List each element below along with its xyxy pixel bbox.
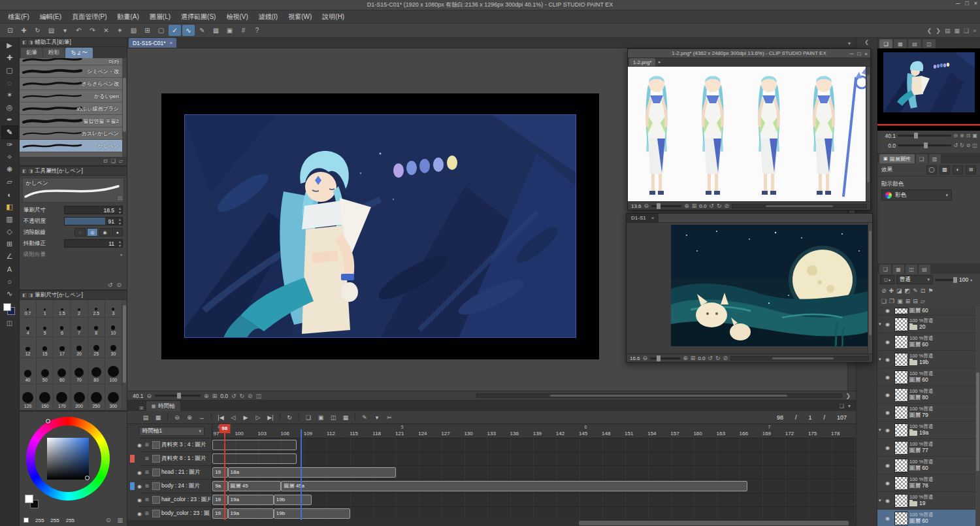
scene-reference-window[interactable]: D1-S1 ×: [626, 213, 873, 363]
snap-curve-icon[interactable]: ∿: [182, 25, 195, 36]
foreground-color-swatch[interactable]: [3, 303, 11, 311]
next-frame-icon[interactable]: ▷: [253, 412, 263, 422]
nav-flip-icon[interactable]: ◫: [972, 142, 977, 148]
timeline-track-name-row[interactable]: ◉ ⊞ head : 21 : 圖片: [139, 466, 212, 480]
close-icon[interactable]: ×: [651, 215, 655, 221]
layer-thumbnail[interactable]: [894, 308, 908, 314]
layer-visibility-icon[interactable]: ◉: [885, 516, 893, 521]
panel-menu-icon[interactable]: ◧: [22, 293, 27, 298]
menu-item[interactable]: 頁面管理(P): [67, 11, 112, 23]
zoom-in-icon[interactable]: ⊕: [683, 355, 688, 361]
hue-marker[interactable]: [46, 419, 50, 423]
zoom-out-icon[interactable]: ⊖: [147, 393, 152, 399]
track-expand-icon[interactable]: ⊞: [145, 470, 151, 475]
brush-size-cell[interactable]: 8: [88, 318, 105, 337]
blend-mode-select[interactable]: 普通▾: [896, 275, 933, 284]
folder-expand-icon[interactable]: ▾: [879, 357, 884, 362]
transfer-icon[interactable]: ⊟: [913, 298, 918, 304]
start-dot-icon[interactable]: ⊡: [4, 25, 16, 36]
layer-row[interactable]: ▾ ◉ 100 %普通 圖層 60: [877, 306, 980, 316]
scene-horizontal-scrollbar[interactable]: [730, 356, 869, 361]
reference-window-titlebar[interactable]: 1-2.png* (4362 x 2480px 300dpi 13.6%) - …: [628, 49, 870, 58]
brush-size-cell[interactable]: 12: [20, 337, 37, 359]
new-vector-layer-icon[interactable]: ❐: [889, 298, 894, 304]
timeline-track-name-row[interactable]: ◉ ⊞ 資料夾 3 : 4 : 圖片: [139, 438, 212, 452]
layer-name[interactable]: 圖層 77: [909, 447, 928, 454]
workspace-icon[interactable]: ▤: [945, 27, 951, 34]
layer-name[interactable]: 圖層 60: [909, 518, 928, 525]
subtool-item[interactable]: 필압연필 ㅍ필2: [20, 115, 127, 127]
timeline-list-icon[interactable]: ▤: [140, 412, 151, 422]
layer-thumbnail[interactable]: [894, 406, 908, 419]
subtool-item[interactable]: かるいpen: [20, 90, 127, 103]
brush-size-cell[interactable]: 6: [54, 318, 71, 337]
previous-frame-icon[interactable]: ◁: [228, 412, 238, 422]
brush-size-cell[interactable]: 3: [105, 300, 122, 318]
timeline-ruler[interactable]: 4567 97100103106109112115118121124127130…: [212, 424, 856, 438]
frame-border-tool[interactable]: ⊞: [2, 238, 18, 250]
brush-size-cell[interactable]: 150: [37, 384, 54, 410]
help-icon[interactable]: ?: [251, 25, 263, 36]
maximize-button[interactable]: □: [965, 0, 968, 7]
subtool-item[interactable]: カスレかしペン: [20, 127, 127, 140]
layer-list-scrollbar[interactable]: [975, 306, 980, 526]
timeline-track-lane[interactable]: [212, 452, 856, 466]
marquee-tool[interactable]: ▢: [2, 64, 18, 76]
reference-document-tab[interactable]: 1-2.png*: [629, 58, 655, 66]
layer-name[interactable]: 圖層 78: [909, 482, 928, 489]
border-effect-icon[interactable]: ◯: [926, 165, 937, 174]
layer-row[interactable]: ▾ ◉ 100 %普通 19: [877, 492, 980, 510]
sv-marker[interactable]: [85, 476, 90, 480]
layer-visibility-icon[interactable]: ◉: [885, 480, 893, 486]
zoom-in-icon[interactable]: ⊕: [204, 393, 209, 399]
folder-expand-icon[interactable]: ▾: [879, 321, 884, 327]
timeline-clip[interactable]: 19: [212, 495, 227, 505]
subtool-item[interactable]: かしペン: [20, 140, 127, 152]
antialias-medium-icon[interactable]: ◉: [99, 228, 110, 237]
timeline-track-lane[interactable]: 19 19a 19b: [212, 507, 856, 520]
layer-thumbnail[interactable]: [894, 318, 908, 331]
track-label[interactable]: body_color : 23 : 圖片: [161, 510, 210, 518]
play-icon[interactable]: ▶: [240, 412, 251, 422]
close-button[interactable]: ×: [864, 51, 868, 57]
material-bar-icon[interactable]: ▦: [954, 27, 960, 34]
folder-expand-icon[interactable]: ▾: [879, 427, 884, 433]
layer-row[interactable]: ▾ ◉ 100 %普通 圖層 60: [877, 510, 980, 526]
brush-size-cell[interactable]: 5: [37, 318, 54, 337]
move-layer-tool[interactable]: ✚: [2, 52, 18, 64]
pan-icon[interactable]: ✚: [18, 25, 30, 36]
selection-border-icon[interactable]: ▢: [155, 25, 167, 36]
layer-row[interactable]: ▾ ◉ 100 %普通 圖層 77: [877, 439, 980, 457]
brush-size-cell[interactable]: 1.5: [54, 300, 71, 318]
layer-thumbnail[interactable]: [894, 476, 908, 490]
fit-icon[interactable]: ⊞: [691, 355, 696, 361]
brush-size-input[interactable]: 18.5▴▾: [64, 206, 123, 214]
timeline-collapse-icon[interactable]: ▾: [848, 403, 851, 409]
layer-search-tab-icon[interactable]: ▦: [892, 265, 904, 274]
track-label[interactable]: body : 24 : 圖片: [161, 482, 200, 490]
brush-size-cell[interactable]: 200: [71, 384, 88, 410]
deselect-icon[interactable]: ▧: [127, 25, 140, 36]
timeline-track-lane[interactable]: [212, 438, 856, 452]
brush-size-cell[interactable]: 20: [71, 337, 88, 359]
more-icon[interactable]: »: [973, 27, 976, 34]
track-label[interactable]: head : 21 : 圖片: [161, 468, 201, 476]
timeline-zoom-out-icon[interactable]: ⊖: [172, 412, 182, 422]
copy-subtool-icon[interactable]: ⊡: [103, 158, 108, 164]
layer-name[interactable]: 19a: [919, 429, 928, 436]
fit-screen-icon[interactable]: ⊞: [212, 393, 218, 399]
collapse-left-icon[interactable]: ❮: [864, 39, 869, 45]
rotate-cw-icon[interactable]: ↻: [715, 355, 721, 361]
zoom-slider[interactable]: [650, 357, 680, 359]
brush-size-cell[interactable]: 4: [20, 318, 37, 337]
new-subtool-icon[interactable]: ❏: [111, 158, 116, 164]
rotate-cw-icon[interactable]: ↻: [240, 393, 245, 399]
nav-fit-icon[interactable]: ⊡: [966, 133, 971, 139]
layer-list-tab-icon[interactable]: ❏: [879, 265, 891, 274]
brush-size-cell[interactable]: 300: [105, 384, 122, 410]
brush-size-cell[interactable]: 250: [88, 384, 105, 410]
zoom-in-icon[interactable]: ⊕: [684, 203, 689, 209]
layer-visibility-icon[interactable]: ◉: [885, 374, 893, 380]
timeline-clip[interactable]: 圖層 45a: [281, 481, 747, 491]
zoom-out-icon[interactable]: ⊖: [643, 355, 648, 361]
